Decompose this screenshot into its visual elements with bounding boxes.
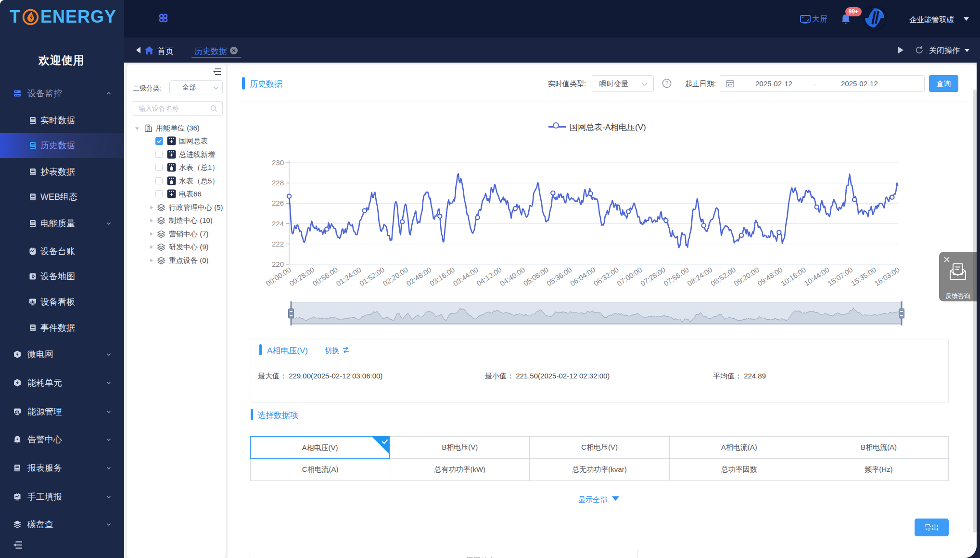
svg-text:228: 228: [272, 179, 284, 187]
svg-text:04:12:00: 04:12:00: [475, 265, 503, 287]
svg-text:226: 226: [272, 199, 284, 207]
svg-text:16:03:00: 16:03:00: [873, 265, 901, 287]
svg-text:220: 220: [272, 260, 284, 268]
svg-text:02:48:00: 02:48:00: [405, 265, 433, 287]
svg-text:224: 224: [272, 220, 284, 228]
svg-text:03:44:00: 03:44:00: [452, 265, 480, 287]
svg-text:04:40:00: 04:40:00: [498, 265, 526, 287]
svg-text:15:07:00: 15:07:00: [826, 265, 854, 287]
svg-text:07:56:00: 07:56:00: [662, 265, 690, 287]
svg-text:10:44:00: 10:44:00: [802, 265, 830, 287]
svg-text:00:00:00: 00:00:00: [264, 265, 292, 287]
svg-text:05:36:00: 05:36:00: [545, 265, 573, 287]
svg-text:10:16:00: 10:16:00: [779, 265, 807, 287]
svg-text:01:24:00: 01:24:00: [334, 265, 362, 287]
svg-text:00:56:00: 00:56:00: [311, 265, 339, 287]
svg-text:222: 222: [272, 240, 284, 248]
svg-text:07:28:00: 07:28:00: [639, 265, 667, 287]
svg-text:03:16:00: 03:16:00: [428, 265, 456, 287]
svg-text:?: ?: [665, 80, 669, 87]
svg-text:09:20:00: 09:20:00: [733, 265, 761, 287]
svg-text:06:32:00: 06:32:00: [592, 265, 620, 287]
svg-text:06:04:00: 06:04:00: [569, 265, 597, 287]
svg-text:08:24:00: 08:24:00: [686, 265, 713, 287]
svg-text:08:52:00: 08:52:00: [709, 265, 737, 287]
svg-text:07:00:00: 07:00:00: [615, 265, 643, 287]
svg-text:02:20:00: 02:20:00: [382, 265, 409, 287]
svg-text:15:35:00: 15:35:00: [850, 265, 878, 287]
svg-text:01:52:00: 01:52:00: [358, 265, 386, 287]
svg-text:00:28:00: 00:28:00: [288, 265, 316, 287]
svg-text:230: 230: [272, 158, 284, 167]
svg-text:05:08:00: 05:08:00: [522, 265, 550, 287]
svg-text:09:48:00: 09:48:00: [756, 265, 784, 287]
